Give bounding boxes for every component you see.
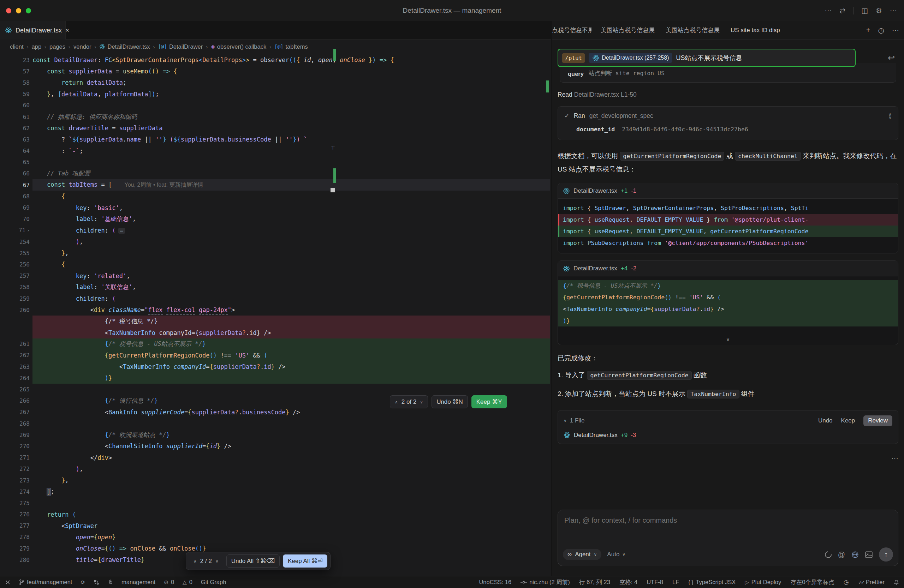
tool-run-card[interactable]: ✓ Ran get_development_spec ∧∨ document_i… bbox=[558, 106, 898, 140]
statusbar-item-utf-8[interactable]: UTF-8 bbox=[646, 579, 663, 585]
statusbar-item-unocss-16[interactable]: UnoCSS: 16 bbox=[479, 579, 511, 585]
chat-tab-4[interactable]: US site tax ID disp bbox=[731, 27, 781, 34]
code-line: 275 bbox=[0, 497, 550, 509]
statusbar-item-prettier[interactable]: ✓✓Prettier bbox=[858, 579, 885, 585]
statusbar-item-typescript-jsx[interactable]: { }TypeScript JSX bbox=[688, 579, 736, 585]
diff-nav-pill[interactable]: ∧ 2 of 2 ∨ bbox=[390, 395, 428, 408]
statusbar-item--0-[interactable]: 存在0个异常标点 bbox=[790, 579, 834, 586]
send-button[interactable]: ↑ bbox=[879, 547, 893, 561]
prev-file-diff-icon[interactable]: ∧ bbox=[193, 559, 197, 564]
code-line: import { SptDrawer, SptDrawerContainerPr… bbox=[558, 202, 898, 214]
code-line: {/* 税号信息 */} bbox=[0, 315, 550, 327]
overflow-menu-icon[interactable]: ⋯ bbox=[890, 6, 897, 15]
chat-input-placeholder: Plan, @ for context, / for commands bbox=[564, 516, 891, 525]
close-window-button[interactable] bbox=[6, 8, 11, 13]
gear-icon[interactable]: ⚙ bbox=[876, 6, 882, 15]
statusbar-item-lf[interactable]: LF bbox=[672, 579, 679, 585]
statusbar-item[interactable] bbox=[108, 580, 113, 585]
undo-diff-button[interactable]: Undo ⌘N bbox=[431, 395, 468, 408]
restore-checkpoint-icon[interactable]: ↩ bbox=[888, 53, 895, 63]
statusbar-item-nic-zhu-2-[interactable]: nic.zhu (2 周前) bbox=[520, 579, 570, 586]
review-button[interactable]: Review bbox=[863, 415, 892, 426]
breadcrumb-item[interactable]: [@]tabItems bbox=[274, 43, 308, 50]
statusbar-item[interactable] bbox=[93, 580, 99, 585]
inline-diff-widget: ∧ 2 of 2 ∨ Undo ⌘N Keep ⌘Y bbox=[390, 395, 507, 408]
keep-diff-button[interactable]: Keep ⌘Y bbox=[471, 395, 507, 408]
breadcrumb-item[interactable]: DetailDrawer.tsx bbox=[99, 43, 150, 50]
query-value: 站点判断 site region US bbox=[589, 69, 665, 77]
prev-diff-icon[interactable]: ∧ bbox=[395, 400, 398, 405]
maximize-window-button[interactable] bbox=[26, 8, 31, 13]
chat-more-icon[interactable]: ⋯ bbox=[892, 26, 899, 35]
overview-ruler-marker bbox=[546, 80, 549, 93]
code-editor[interactable]: 23const DetailDrawer: FC<SptDrawerContai… bbox=[0, 53, 550, 576]
model-dropdown[interactable]: Auto∨ bbox=[607, 551, 625, 558]
statusbar-item-git-graph[interactable]: Git Graph bbox=[201, 579, 226, 585]
statusbar-item[interactable]: ⟳ bbox=[81, 579, 85, 585]
minimize-window-button[interactable] bbox=[16, 8, 21, 13]
undo-all-button[interactable]: Undo All ⇧⌘⌫ bbox=[226, 555, 280, 568]
user-message[interactable]: /plut DetailDrawer.tsx (257-258) US站点不展示… bbox=[558, 49, 856, 67]
keep-all-button[interactable]: Keep All ⌘⏎ bbox=[283, 555, 327, 568]
chat-tab-2[interactable]: 美国站点税号信息展 bbox=[601, 26, 656, 34]
chat-tab-1[interactable]: 点税号信息不展 bbox=[552, 26, 591, 34]
agent-mode-dropdown[interactable]: ∞ Agent ∨ bbox=[563, 549, 601, 560]
line-number: 57 bbox=[0, 68, 33, 75]
more-actions-icon[interactable]: ⋯ bbox=[825, 6, 831, 15]
breadcrumb-item[interactable]: client bbox=[10, 43, 24, 50]
summary-item-2: 2. 添加了站点判断，当站点为 US 时不展示 TaxNumberInfo 组件 bbox=[558, 388, 898, 400]
code-line: 257 key: 'related', bbox=[0, 270, 550, 282]
attach-image-icon[interactable] bbox=[865, 551, 872, 558]
statusbar-item[interactable]: ◷ bbox=[844, 579, 849, 586]
history-icon[interactable]: ◷ bbox=[878, 26, 884, 35]
line-number: 23 bbox=[0, 57, 33, 63]
statusbar-item-management[interactable]: management bbox=[122, 579, 155, 585]
statusbar-item--67-23[interactable]: 行 67, 列 23 bbox=[579, 579, 610, 586]
statusbar-item-plut-deploy[interactable]: ▷Plut Deploy bbox=[745, 579, 781, 585]
undo-files-button[interactable]: Undo bbox=[818, 417, 833, 424]
diff-code-block-1[interactable]: DetailDrawer.tsx +1 -1 import { SptDrawe… bbox=[558, 183, 898, 254]
all-diff-nav-pill[interactable]: ∧ 2 / 2 ∨ bbox=[189, 555, 223, 568]
all-diff-counter: 2 / 2 bbox=[200, 558, 212, 565]
message-more-icon[interactable]: ⋯ bbox=[558, 454, 898, 462]
web-icon[interactable] bbox=[851, 551, 859, 558]
breadcrumb-item[interactable]: vendor bbox=[73, 43, 91, 50]
breadcrumb-item[interactable]: app bbox=[32, 43, 42, 50]
changed-file-row[interactable]: DetailDrawer.tsx +9 -3 bbox=[564, 432, 892, 439]
diff-code-block-2[interactable]: DetailDrawer.tsx +4 -2 {/* 税号信息 - US站点不展… bbox=[558, 260, 898, 345]
chat-input-box[interactable]: Plan, @ for context, / for commands ∞ Ag… bbox=[558, 510, 898, 566]
chat-tab-3[interactable]: 美国站点税号信息展 bbox=[665, 26, 721, 34]
statusbar-item--4[interactable]: 空格: 4 bbox=[620, 579, 637, 586]
statusbar-item-0[interactable]: △0 bbox=[183, 579, 193, 585]
next-diff-icon[interactable]: ∨ bbox=[420, 400, 423, 405]
file-reference-chip[interactable]: DetailDrawer.tsx (257-258) bbox=[589, 53, 672, 63]
line-number: 58 bbox=[0, 79, 33, 86]
breadcrumb-item[interactable]: ◈observer() callback bbox=[211, 43, 266, 50]
new-chat-icon[interactable]: + bbox=[866, 26, 871, 34]
fold-chevron-icon[interactable]: › bbox=[27, 228, 30, 233]
window-controls[interactable] bbox=[6, 8, 31, 13]
expand-code-icon[interactable]: ∨ bbox=[726, 336, 730, 343]
breadcrumb[interactable]: client›app›pages›vendor›DetailDrawer.tsx… bbox=[0, 39, 551, 54]
keep-files-button[interactable]: Keep bbox=[841, 417, 855, 424]
read-status-line[interactable]: Read DetailDrawer.tsx L1-50 bbox=[558, 91, 898, 98]
marker-icon: ⊤ bbox=[330, 145, 335, 151]
next-file-diff-icon[interactable]: ∨ bbox=[215, 559, 218, 564]
statusbar-item-feat-management[interactable]: feat/management bbox=[19, 579, 72, 585]
line-number: 270 bbox=[0, 443, 33, 450]
expand-collapse-icon[interactable]: ∧∨ bbox=[888, 113, 891, 119]
breadcrumb-item[interactable]: [@]DetailDrawer bbox=[158, 43, 203, 50]
split-editor-icon[interactable]: ◫ bbox=[861, 6, 868, 15]
user-message-text: US站点不展示税号信息 bbox=[676, 54, 742, 62]
code-line: 278 open={open} bbox=[0, 531, 550, 543]
statusbar-item[interactable] bbox=[5, 580, 11, 585]
collapse-files-icon[interactable]: ∨ bbox=[564, 418, 567, 423]
breadcrumb-item[interactable]: pages bbox=[49, 43, 65, 50]
swap-panels-icon[interactable]: ⇄ bbox=[839, 6, 846, 15]
statusbar-item[interactable] bbox=[894, 580, 899, 585]
tab-detaildrawer[interactable]: DetailDrawer.tsx × bbox=[0, 21, 66, 39]
statusbar-item-0[interactable]: ⊘0 bbox=[164, 579, 174, 585]
line-number: 260 bbox=[0, 307, 33, 314]
mention-icon[interactable]: @ bbox=[838, 550, 845, 559]
close-tab-icon[interactable]: × bbox=[65, 27, 69, 34]
